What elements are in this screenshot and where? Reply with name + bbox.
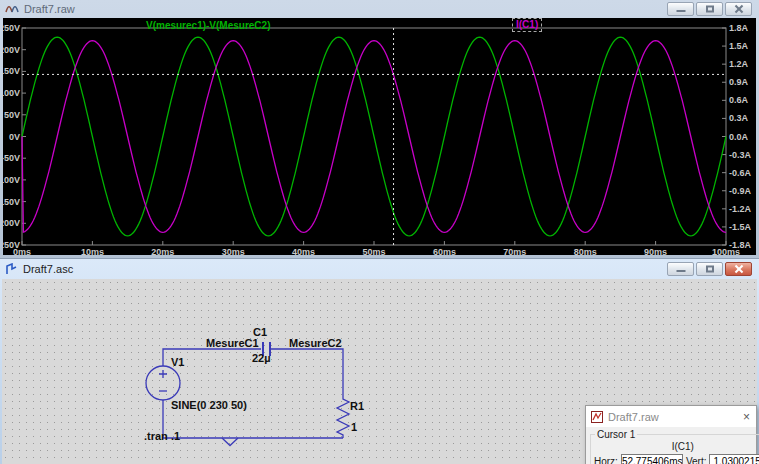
y-left-tick-label: 100V <box>3 88 20 98</box>
y-left-tick-label: -100V <box>3 175 20 185</box>
x-tick-label: 30ms <box>222 247 245 255</box>
horz-label: Horz: <box>594 456 618 464</box>
net-label-mesurec1[interactable]: MesureC1 <box>206 337 259 349</box>
minimize-icon <box>676 270 685 272</box>
spice-directive[interactable]: .tran .1 <box>144 430 180 442</box>
y-left-tick-label: 200V <box>3 45 20 55</box>
component-ref-r1[interactable]: R1 <box>350 400 364 412</box>
resistor-symbol[interactable] <box>337 396 349 438</box>
y-right-tick-label: -0.9A <box>729 186 752 196</box>
y-left-tick-label: 50V <box>4 110 20 120</box>
y-right-tick-label: 1.5A <box>729 41 749 51</box>
x-tick-label: 80ms <box>574 247 597 255</box>
ground-symbol[interactable] <box>222 438 238 446</box>
x-tick-label: 20ms <box>151 247 174 255</box>
y-right-tick-label: 0.3A <box>729 113 749 123</box>
component-ref-v1[interactable]: V1 <box>171 356 184 368</box>
cursor1-group: Cursor 1 I(C1) Horz: Vert: <box>590 429 759 464</box>
x-tick-label: 60ms <box>433 247 456 255</box>
y-left-tick-label: 150V <box>3 66 20 76</box>
legend-current-trace-selected[interactable]: I(C1) <box>512 18 542 32</box>
x-tick-label: 70ms <box>503 247 526 255</box>
cursor-dialog-title: Draft7.raw <box>608 411 659 423</box>
wire-top-right[interactable] <box>270 349 343 396</box>
schematic-window-title: Draft7.asc <box>23 263 73 275</box>
vert-label: Vert: <box>686 456 707 464</box>
dialog-close-icon[interactable]: × <box>743 411 750 423</box>
waveform-window-title: Draft7.raw <box>24 3 75 15</box>
vert-value-field[interactable] <box>709 454 759 464</box>
y-right-tick-label: 1.2A <box>729 59 749 69</box>
restore-icon <box>706 6 714 13</box>
y-right-tick-label: 0.9A <box>729 77 749 87</box>
cursor1-group-label: Cursor 1 <box>595 429 637 440</box>
x-tick-label: 40ms <box>292 247 315 255</box>
minimize-icon <box>676 10 685 12</box>
y-right-tick-label: -0.6A <box>729 168 752 178</box>
y-right-tick-label: 1.8A <box>729 23 749 33</box>
restore-icon <box>706 266 714 273</box>
y-right-tick-label: -1.8A <box>729 240 752 250</box>
x-tick-label: 10ms <box>81 247 104 255</box>
ltspice-dialog-icon <box>591 411 603 423</box>
y-left-tick-label: -200V <box>3 218 20 228</box>
waveform-window: Draft7.raw V(mesurec1)-V(MesureC2) I(C1)… <box>0 0 759 258</box>
y-right-tick-label: -1.5A <box>729 222 752 232</box>
x-tick-label: 50ms <box>362 247 385 255</box>
horz-value-field[interactable] <box>621 454 683 464</box>
x-tick-label: 90ms <box>644 247 667 255</box>
y-left-tick-label: -150V <box>3 197 20 207</box>
waveform-window-titlebar[interactable]: Draft7.raw <box>0 0 759 18</box>
y-right-tick-label: -1.2A <box>729 204 752 214</box>
ltspice-waveform-icon <box>5 3 19 15</box>
y-right-tick-label: 0.6A <box>729 95 749 105</box>
y-right-tick-label: 0.0A <box>729 132 749 142</box>
close-button[interactable] <box>725 262 752 276</box>
y-right-tick-label: -0.3A <box>729 150 752 160</box>
restore-button[interactable] <box>696 2 723 16</box>
component-value-c1[interactable]: 22µ <box>252 352 271 364</box>
plus-sign <box>159 370 167 378</box>
cursor-dialog: Draft7.raw × Cursor 1 I(C1) Horz: Vert: … <box>585 405 757 464</box>
legend-voltage-trace[interactable]: V(mesurec1)-V(MesureC2) <box>146 20 271 31</box>
cursor-trace-name: I(C1) <box>594 441 759 452</box>
cursor-dialog-titlebar[interactable]: Draft7.raw × <box>586 406 756 427</box>
y-left-tick-label: 0V <box>9 132 20 142</box>
y-left-tick-label: 250V <box>3 23 20 33</box>
component-value-r1[interactable]: 1 <box>351 421 357 433</box>
y-left-tick-label: -250V <box>3 240 20 250</box>
restore-button[interactable] <box>696 262 723 276</box>
y-left-tick-label: -50V <box>3 153 20 163</box>
net-label-mesurec2[interactable]: MesureC2 <box>289 337 342 349</box>
waveform-plot[interactable]: 0ms10ms20ms30ms40ms50ms60ms70ms80ms90ms1… <box>3 18 756 255</box>
minimize-button[interactable] <box>667 262 694 276</box>
component-value-v1[interactable]: SINE(0 230 50) <box>171 399 247 411</box>
schematic-window-titlebar[interactable]: Draft7.asc <box>0 259 759 279</box>
close-button[interactable] <box>725 2 752 16</box>
ltspice-schematic-icon <box>5 263 18 276</box>
waveform-plot-area[interactable]: V(mesurec1)-V(MesureC2) I(C1) 0ms10ms20m… <box>3 18 756 255</box>
minimize-button[interactable] <box>667 2 694 16</box>
